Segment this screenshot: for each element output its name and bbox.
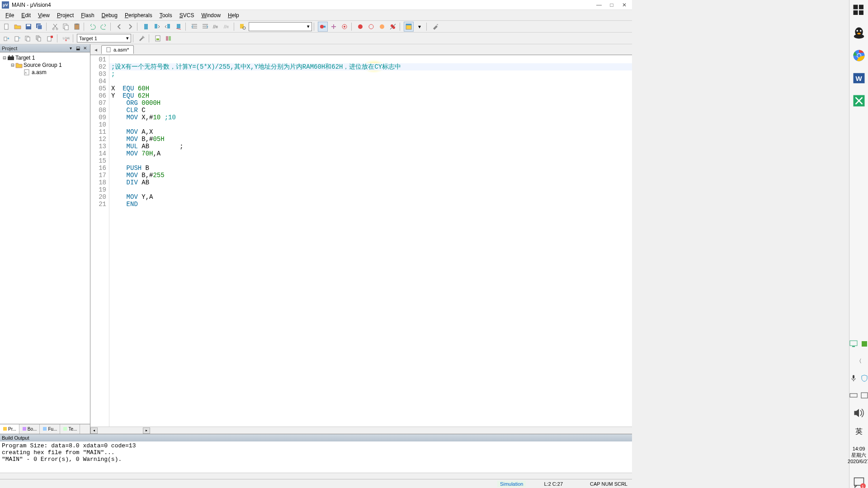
menu-window[interactable]: Window [198, 11, 224, 19]
target-select[interactable]: Target 1▾ [77, 34, 131, 42]
word-icon[interactable]: W [852, 71, 866, 85]
translate-button[interactable] [2, 33, 12, 43]
window-layout-button[interactable] [404, 22, 414, 32]
breakpoint-killall-button[interactable] [388, 22, 398, 32]
debug-session-button[interactable] [318, 22, 328, 32]
keyboard-icon[interactable] [849, 391, 858, 399]
tray-chip-icon[interactable] [860, 340, 868, 348]
tray-clock[interactable]: 14:09 星期六 2020/6/27 [848, 446, 868, 468]
file-ext-button[interactable] [153, 33, 163, 43]
tray-monitor-icon[interactable] [849, 340, 858, 348]
uncomment-button[interactable]: //≡ [222, 22, 232, 32]
undo-button[interactable] [88, 22, 98, 32]
menu-flash[interactable]: Flash [77, 11, 98, 19]
code-line[interactable] [109, 78, 632, 85]
build-output-scroll[interactable] [0, 473, 632, 479]
tree-target-node[interactable]: ⊟ Target 1 [2, 54, 88, 61]
breakpoint-enable-button[interactable] [366, 22, 376, 32]
indent-left-button[interactable] [189, 22, 199, 32]
panel-close-icon[interactable]: ✕ [82, 45, 88, 52]
bookmark-toggle-button[interactable] [141, 22, 151, 32]
find-combo[interactable]: ▾ [249, 22, 312, 31]
app-green-icon[interactable] [852, 94, 866, 108]
code-line[interactable]: ORG 0000H [109, 99, 632, 107]
code-line[interactable]: MOV A,X [109, 128, 632, 136]
code-line[interactable]: CLR C [109, 107, 632, 114]
panel-pin-icon[interactable]: ⬓ [75, 45, 81, 52]
shield-icon[interactable] [860, 374, 868, 382]
editor-hscroll[interactable]: ◂ ▸ [90, 427, 632, 434]
code-line[interactable]: MOV Y,A [109, 193, 632, 201]
menu-edit[interactable]: Edit [18, 11, 34, 19]
notification-icon[interactable]: 1 [852, 477, 866, 488]
editor-tab[interactable]: a.asm* [101, 45, 134, 54]
kill-breakpoints-button[interactable] [340, 22, 349, 32]
tree-group-node[interactable]: ⊟ Source Group 1 [2, 61, 88, 69]
copy-button[interactable] [61, 22, 71, 32]
code-line[interactable] [109, 157, 632, 164]
menu-view[interactable]: View [34, 11, 53, 19]
windows-icon[interactable] [852, 4, 866, 17]
build-output-body[interactable]: Program Size: data=8.0 xdata=0 code=13cr… [0, 441, 632, 473]
code-line[interactable]: PUSH B [109, 164, 632, 172]
code-line[interactable]: DIV AB [109, 179, 632, 186]
project-tab-3[interactable]: Te... [60, 424, 80, 434]
code-line[interactable]: END [109, 201, 632, 208]
editor-body[interactable]: 0102030405060708091011121314151617181920… [90, 55, 632, 427]
comment-button[interactable]: //≡ [211, 22, 221, 32]
menu-peripherals[interactable]: Peripherals [121, 11, 156, 19]
volume-icon[interactable] [852, 408, 866, 418]
breakpoint-insert-button[interactable] [355, 22, 365, 32]
code-line[interactable]: X EQU 60H [109, 85, 632, 92]
scroll-right-button[interactable]: ▸ [143, 427, 150, 434]
open-file-button[interactable] [13, 22, 23, 32]
nav-back-button[interactable] [114, 22, 124, 32]
qq-icon[interactable] [852, 26, 866, 40]
scroll-left-button[interactable]: ◂ [90, 427, 98, 434]
save-all-button[interactable] [34, 22, 44, 32]
project-tab-1[interactable]: Bo... [19, 424, 40, 434]
project-tab-2[interactable]: Fu... [40, 424, 60, 434]
minimize-button[interactable]: — [596, 2, 602, 8]
bookmark-next-button[interactable] [152, 22, 162, 32]
menu-help[interactable]: Help [224, 11, 243, 19]
code-line[interactable]: MOV 70H,A [109, 150, 632, 157]
project-tree[interactable]: ⊟ Target 1 ⊟ Source Group 1 A a.asm [0, 52, 90, 424]
code-line[interactable]: MOV B,#05H [109, 136, 632, 143]
code-line[interactable] [109, 121, 632, 128]
project-tab-0[interactable]: Pr... [0, 424, 19, 434]
tree-file-node[interactable]: A a.asm [2, 69, 88, 76]
bookmark-prev-button[interactable] [163, 22, 173, 32]
maximize-button[interactable]: □ [609, 2, 615, 8]
stop-build-button[interactable] [45, 33, 55, 43]
collapse-icon[interactable]: 〈 [852, 357, 866, 365]
configure-button[interactable] [430, 22, 440, 32]
redo-button[interactable] [99, 22, 108, 32]
code-line[interactable]: ;设X有一个无符号数，计算Y=(5*X)/255,其中X,Y地址分别为片内RAM… [109, 63, 632, 70]
menu-file[interactable]: File [2, 11, 18, 19]
code-line[interactable]: Y EQU 62H [109, 92, 632, 99]
menu-tools[interactable]: Tools [156, 11, 176, 19]
code-line[interactable]: MOV B,#255 [109, 172, 632, 179]
insert-trace-button[interactable] [329, 22, 339, 32]
new-file-button[interactable] [2, 22, 12, 32]
save-button[interactable] [24, 22, 33, 32]
mic-icon[interactable] [849, 374, 858, 382]
menu-debug[interactable]: Debug [98, 11, 121, 19]
bookmark-clear-button[interactable] [174, 22, 184, 32]
editor-code[interactable]: ;设X有一个无符号数，计算Y=(5*X)/255,其中X,Y地址分别为片内RAM… [109, 55, 632, 427]
menu-project[interactable]: Project [53, 11, 77, 19]
manage-books-button[interactable] [164, 33, 174, 43]
batch-build-button[interactable] [34, 33, 44, 43]
code-line[interactable]: MOV X,#10 ;10 [109, 114, 632, 121]
download-button[interactable]: LOAD [61, 33, 71, 43]
code-line[interactable]: MUL AB ; [109, 143, 632, 150]
chevron-down-icon[interactable]: ▾ [415, 22, 425, 32]
find-in-files-button[interactable] [238, 22, 248, 32]
menu-svcs[interactable]: SVCS [176, 11, 198, 19]
code-line[interactable] [109, 186, 632, 193]
touchpad-icon[interactable] [860, 391, 868, 399]
cut-button[interactable] [50, 22, 60, 32]
breakpoint-disable-button[interactable] [377, 22, 387, 32]
chrome-icon[interactable] [852, 49, 866, 62]
